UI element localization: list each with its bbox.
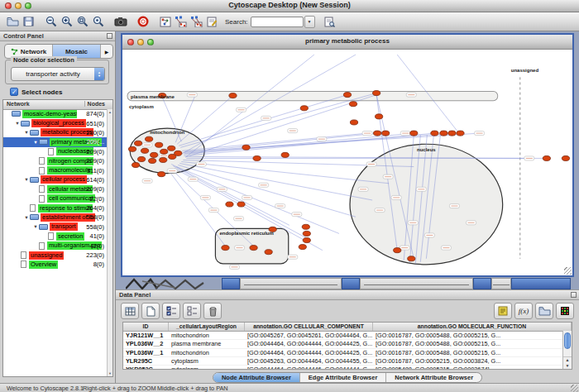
table-row[interactable]: YLR295Ccytoplasm[GO:0045263, GO:0044464,…: [123, 357, 572, 366]
tree-item-cell-communicat[interactable]: cell communicat22(0): [3, 194, 107, 203]
tree-item-secretion[interactable]: secretion41(0): [3, 232, 107, 241]
attribute-table: ID_cellularLayoutRegionannotation.GO CEL…: [122, 322, 572, 370]
attribute-table-header[interactable]: ID_cellularLayoutRegionannotation.GO CEL…: [123, 323, 572, 332]
scrollbar-thumb[interactable]: [564, 332, 571, 349]
delete-attribute-icon[interactable]: [203, 303, 222, 319]
attribute-editor-icon[interactable]: [494, 303, 512, 319]
table-scrollbar[interactable]: ▲▼: [562, 331, 572, 369]
tree-scrollbar[interactable]: ▲ ▼: [107, 109, 112, 376]
tree-item-macromolecule[interactable]: macromolecule311(0): [3, 165, 107, 174]
import-attributes-icon[interactable]: [535, 303, 553, 319]
float-panel-icon[interactable]: [571, 292, 577, 298]
column-header[interactable]: ID: [123, 323, 169, 331]
scroll-down-icon[interactable]: ▼: [108, 371, 112, 375]
table-row[interactable]: YKR052Ccytoplasm[GO:0044464, GO:0044446,…: [123, 366, 572, 370]
open-folder-icon[interactable]: [5, 14, 21, 29]
search-dropdown-icon[interactable]: ▼: [304, 16, 315, 28]
data-panel-toolbar: f(x): [121, 303, 574, 319]
select-attributes-icon[interactable]: [162, 303, 180, 319]
graph-node: [160, 149, 168, 154]
search-options-icon[interactable]: [322, 14, 337, 29]
window-titlebar: Cytoscape Desktop (New Session): [0, 0, 579, 12]
scroll-up-icon[interactable]: ▲: [108, 110, 112, 114]
network-graph[interactable]: plasma membranecytoplasmmitochondrionnuc…: [122, 50, 572, 275]
zoom-fit-icon[interactable]: [90, 14, 106, 29]
view-resize-grip[interactable]: [564, 267, 572, 275]
folder-icon: [39, 224, 48, 230]
scrollbar-arrows[interactable]: ▲▼: [563, 356, 572, 369]
tab-network-attribute-browser[interactable]: Network Attribute Browser: [386, 373, 481, 382]
graph-node: [229, 93, 237, 98]
file-icon: [48, 148, 54, 155]
tree-item-unassigned[interactable]: unassigned223(0): [3, 251, 107, 260]
file-icon: [39, 195, 45, 203]
column-format-icon[interactable]: [121, 303, 139, 319]
background-window-strip[interactable]: [240, 278, 342, 289]
column-header[interactable]: annotation.GO MOLECULAR_FUNCTION: [373, 323, 572, 331]
new-network-from-edges-icon[interactable]: [189, 14, 204, 29]
graph-node: [134, 141, 141, 146]
function-builder-icon[interactable]: f(x): [514, 303, 533, 319]
background-window-titlebar[interactable]: [511, 278, 571, 289]
graph-node: [299, 245, 306, 250]
tree-item-metabolic-process[interactable]: ▼metabolic process280(0): [3, 128, 107, 137]
select-nodes-checkbox[interactable]: ✓: [10, 88, 18, 96]
tree-item-nucleobase-[interactable]: nucleobase-209(0): [3, 147, 107, 156]
network-canvas-area[interactable]: plasma membranecytoplasmmitochondrionnuc…: [122, 50, 572, 275]
search-input[interactable]: [251, 17, 304, 27]
attribute-matrix-icon[interactable]: [556, 303, 574, 319]
save-icon[interactable]: [21, 14, 36, 29]
tree-item-overview[interactable]: Overview8(0): [3, 260, 107, 269]
tree-item-establishment-of-lo[interactable]: ▼establishment of lo558(0): [3, 213, 107, 222]
tree-item-nitrogen-compo[interactable]: nitrogen compo209(0): [3, 156, 107, 165]
folder-icon: [39, 139, 48, 145]
new-attribute-icon[interactable]: [141, 303, 160, 319]
column-header[interactable]: annotation.GO CELLULAR_COMPONENT: [245, 323, 373, 331]
graph-node: [158, 172, 165, 177]
zoom-out-icon[interactable]: [43, 14, 59, 29]
file-icon: [21, 261, 26, 268]
network-window-titlebar[interactable]: primary metabolic process: [122, 35, 572, 50]
tree-item-mosaic-demo-yeast[interactable]: mosaic-demo-yeast874(0): [3, 109, 107, 118]
dropdown-stepper-icon: ▲▼: [94, 68, 104, 80]
table-row[interactable]: YPL036W__2plasma membrane[GO:0044464, GO…: [123, 340, 572, 348]
help-lifering-icon[interactable]: [135, 14, 151, 29]
more-tabs-icon[interactable]: ▶: [101, 45, 112, 58]
zoom-selected-icon[interactable]: [74, 14, 90, 29]
snapshot-camera-icon[interactable]: [112, 14, 128, 29]
region-label-plasma-membrane: plasma membrane: [131, 94, 175, 99]
tree-item-cellular-metabo[interactable]: cellular metabo209(0): [3, 184, 107, 194]
graph-node: [242, 145, 250, 150]
tree-item-transport[interactable]: ▼transport558(0): [3, 222, 107, 232]
tree-item-multi-organism-pro[interactable]: multi-organism pro42(0): [3, 241, 107, 250]
tree-item-response-to-stimulu[interactable]: response to stimulu264(0): [3, 203, 107, 213]
background-window-edge[interactable]: [473, 278, 491, 289]
float-panel-icon[interactable]: [107, 33, 112, 39]
control-panel-header: Control Panel: [0, 31, 115, 41]
window-resize-grip[interactable]: [571, 385, 578, 392]
background-window-strip[interactable]: [360, 278, 473, 289]
graph-node: [440, 131, 447, 136]
zoom-in-icon[interactable]: [59, 14, 74, 29]
annotation-icon[interactable]: [204, 14, 220, 29]
network-view-window: primary metabolic process plasma membran…: [121, 33, 574, 277]
new-network-from-selection-icon[interactable]: [173, 14, 189, 29]
tab-edge-attribute-browser[interactable]: Edge Attribute Browser: [300, 373, 386, 382]
tree-item-biological-process[interactable]: ▼biological_process651(0): [3, 118, 107, 127]
table-row[interactable]: YPL036W__1mitochondrion[GO:0044464, GO:0…: [123, 349, 572, 357]
network-overview-icon[interactable]: [157, 14, 173, 29]
unselect-attributes-icon[interactable]: [183, 303, 201, 319]
node-color-selection-group: Node color selection transporter activit…: [5, 60, 109, 84]
background-window-edge[interactable]: [342, 278, 360, 289]
background-window-strip[interactable]: [491, 278, 511, 289]
tree-item-primary-metabolic[interactable]: ▼primary metabolic209(...: [3, 137, 107, 146]
tab-node-attribute-browser[interactable]: Node Attribute Browser: [213, 373, 300, 382]
background-windows: [124, 278, 575, 289]
graph-node: [376, 114, 383, 119]
graph-node: [226, 202, 233, 207]
node-color-dropdown[interactable]: transporter activity ▲▼: [11, 67, 105, 81]
table-row[interactable]: YJR121W__1mitochondrion[GO:0045267, GO:0…: [123, 332, 572, 340]
column-header[interactable]: _cellularLayoutRegion: [169, 323, 245, 331]
background-window-edge[interactable]: [222, 278, 240, 289]
tree-item-cellular-process[interactable]: ▼cellular process614(0): [3, 175, 107, 184]
